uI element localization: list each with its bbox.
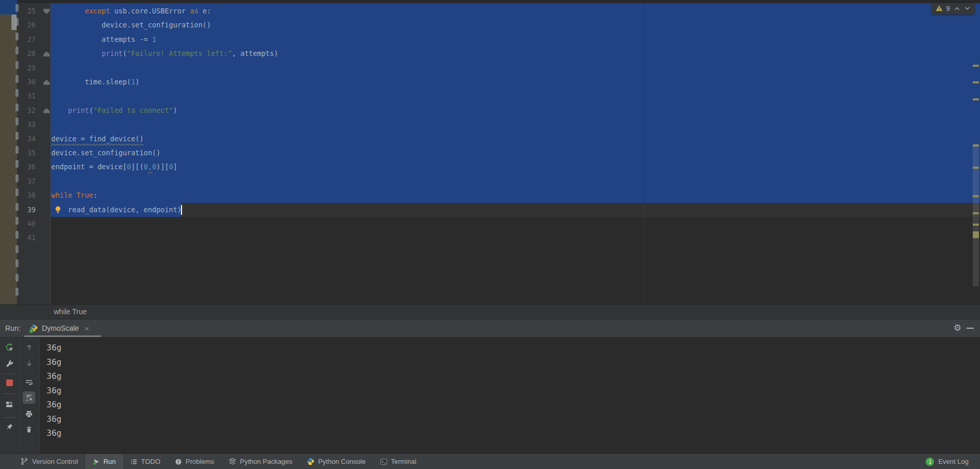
statusbar-item-terminal[interactable]: Terminal — [373, 454, 424, 469]
code-line-31[interactable] — [50, 89, 980, 103]
code-line-26[interactable]: device.set_configuration() — [50, 18, 980, 32]
rerun-button[interactable] — [4, 342, 14, 353]
up-button[interactable] — [24, 342, 34, 353]
code-line-38[interactable]: while True: — [50, 188, 980, 202]
code-line-27[interactable]: attempts -= 1 — [50, 33, 980, 47]
toolbar-separator — [3, 417, 16, 418]
restore-layout-button[interactable] — [4, 399, 14, 409]
scroll-to-end-button[interactable] — [23, 391, 35, 404]
editor-gutter[interactable]: 2526272829303132333435363738394041 — [17, 0, 51, 304]
token: device = find_device() — [51, 135, 144, 143]
warning-stripe-mark[interactable] — [973, 144, 979, 146]
statusbar-item-version-control[interactable]: Version Control — [13, 454, 85, 469]
warning-stripe-mark[interactable] — [973, 224, 979, 226]
gutter-line-37[interactable]: 37 — [17, 174, 50, 188]
gutter-line-33[interactable]: 33 — [17, 118, 50, 131]
run-console-output[interactable]: 36g36g36g36g36g36g36g — [40, 338, 980, 453]
event-log-widget[interactable]: 1 Event Log — [926, 454, 969, 469]
statusbar-item-problems[interactable]: Problems — [168, 454, 221, 469]
statusbar-item-run[interactable]: Run — [85, 454, 123, 469]
edge-marker — [16, 203, 19, 211]
prev-problem-button[interactable] — [954, 5, 960, 12]
code-line-30[interactable]: time.sleep(1) — [50, 75, 980, 89]
gutter-line-34[interactable]: 34 — [17, 132, 50, 146]
warning-stripe-mark[interactable] — [973, 98, 979, 100]
gutter-line-41[interactable]: 41 — [17, 231, 50, 245]
gutter-line-35[interactable]: 35 — [17, 146, 50, 160]
editor-code-area[interactable]: except usb.core.USBError as e: device.se… — [50, 3, 980, 304]
print-button[interactable] — [24, 409, 34, 419]
stop-button[interactable] — [4, 377, 14, 388]
python-run-icon — [30, 324, 38, 332]
todo-list-icon — [130, 458, 138, 465]
edge-marker — [16, 75, 19, 83]
warning-stripe-mark[interactable] — [973, 212, 979, 214]
warning-stripe-mark[interactable] — [973, 231, 979, 238]
run-tab-dymoscale[interactable]: DymoScale × — [27, 319, 92, 337]
warning-stripe-mark[interactable] — [973, 81, 979, 83]
gutter-line-31[interactable]: 31 — [17, 89, 50, 103]
code-line-40[interactable] — [50, 217, 980, 231]
gutter-line-30[interactable]: 30 — [17, 75, 50, 89]
code-line-37[interactable] — [50, 174, 980, 188]
editor-scrollbar-thumb[interactable] — [973, 144, 979, 286]
next-problem-button[interactable] — [964, 5, 971, 12]
fold-up-icon[interactable] — [43, 51, 50, 56]
soft-wrap-button[interactable] — [24, 377, 34, 388]
code-line-41[interactable] — [50, 231, 980, 245]
run-tab-title: DymoScale — [42, 324, 79, 332]
down-button[interactable] — [24, 358, 34, 368]
fold-up-icon[interactable] — [43, 108, 50, 113]
statusbar-item-python-console[interactable]: Python Console — [299, 454, 373, 469]
inspections-widget[interactable]: 9 — [931, 2, 975, 14]
branch-icon — [21, 458, 28, 465]
clear-all-button[interactable] — [24, 424, 34, 434]
warning-stripe-mark[interactable] — [973, 167, 979, 169]
right-margin-guide — [643, 203, 644, 304]
line-number: 31 — [20, 92, 36, 100]
pin-button[interactable] — [4, 421, 14, 432]
code-line-35[interactable]: device.set_configuration() — [50, 146, 980, 160]
code-text: print("Failure! Attempts left:", attempt… — [50, 47, 980, 61]
warning-stripe-mark[interactable] — [973, 195, 979, 197]
gutter-line-32[interactable]: 32 — [17, 104, 50, 118]
fold-up-icon[interactable] — [43, 80, 50, 85]
run-panel-header: Run: DymoScale × ⚙ — [0, 319, 980, 338]
code-line-36[interactable]: endpoint = device[0][(0,0)][0] — [50, 160, 980, 174]
gutter-line-26[interactable]: 26 — [17, 18, 50, 32]
token: endpoint = device[ — [51, 163, 127, 171]
warning-stripe-mark[interactable] — [973, 65, 979, 67]
build-wrench-button[interactable] — [4, 358, 14, 368]
token — [51, 106, 68, 114]
hide-panel-icon[interactable] — [967, 328, 974, 329]
code-line-32[interactable]: print("Failed to connect") — [50, 104, 980, 118]
gutter-line-38[interactable]: 38 — [17, 188, 50, 202]
gutter-line-39[interactable]: 39 — [17, 203, 50, 217]
statusbar-item-python-packages[interactable]: Python Packages — [221, 454, 299, 469]
line-number: 26 — [20, 21, 36, 29]
close-tab-icon[interactable]: × — [85, 324, 89, 333]
edge-marker — [16, 61, 19, 69]
code-line-33[interactable] — [50, 118, 980, 131]
fold-down-icon[interactable] — [43, 9, 50, 14]
gear-icon[interactable]: ⚙ — [954, 323, 961, 333]
token: print — [68, 106, 89, 114]
gutter-line-25[interactable]: 25 — [17, 4, 50, 18]
token: 0 — [144, 163, 148, 171]
gutter-line-29[interactable]: 29 — [17, 61, 50, 75]
gutter-line-40[interactable]: 40 — [17, 217, 50, 231]
edge-marker — [16, 33, 19, 40]
code-line-39[interactable]: read_data(device, endpoint) — [50, 203, 980, 217]
active-tab-underline — [24, 335, 101, 337]
gutter-line-27[interactable]: 27 — [17, 33, 50, 47]
code-line-34[interactable]: device = find_device() — [50, 132, 980, 146]
code-line-28[interactable]: print("Failure! Attempts left:", attempt… — [50, 47, 980, 61]
code-line-29[interactable] — [50, 61, 980, 75]
gutter-line-28[interactable]: 28 — [17, 47, 50, 61]
code-line-25[interactable]: except usb.core.USBError as e: — [50, 4, 980, 18]
statusbar-item-todo[interactable]: TODO — [123, 454, 168, 469]
breadcrumb[interactable]: while True — [54, 305, 87, 319]
token: 1 — [152, 35, 156, 43]
gutter-line-36[interactable]: 36 — [17, 160, 50, 174]
error-stripe[interactable] — [972, 3, 980, 304]
